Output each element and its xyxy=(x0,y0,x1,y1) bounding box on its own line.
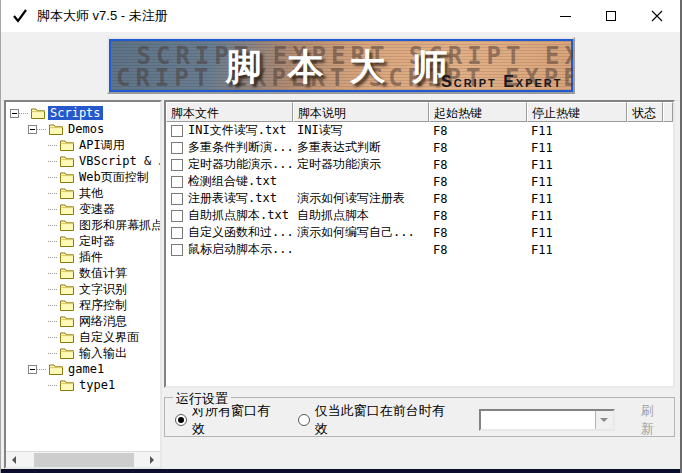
tree-item[interactable]: 数值计算 xyxy=(8,265,160,281)
script-tree-panel: Scripts Demos API调用 VBScript & Jav xyxy=(4,100,162,469)
tree-item[interactable]: 程序控制 xyxy=(8,297,160,313)
window-title: 脚本大师 v7.5 - 未注册 xyxy=(37,7,168,25)
script-list: 脚本文件 脚本说明 起始热键 停止热键 状态 INI文件读写.txt INI读写… xyxy=(164,100,675,388)
script-checkbox[interactable] xyxy=(171,244,183,256)
tree-item[interactable]: 定时器 xyxy=(8,233,160,249)
script-checkbox[interactable] xyxy=(171,193,183,205)
column-header-start[interactable]: 起始热键 xyxy=(429,102,527,122)
tree-item[interactable]: 输入输出 xyxy=(8,345,160,361)
tree-item[interactable]: API调用 xyxy=(8,137,160,153)
script-file: 多重条件判断演... xyxy=(188,139,293,156)
refresh-button[interactable]: 刷新 xyxy=(641,402,666,438)
tree-item[interactable]: 网络消息 xyxy=(8,313,160,329)
start-hotkey: F8 xyxy=(429,192,527,206)
script-checkbox[interactable] xyxy=(171,227,183,239)
maximize-button[interactable] xyxy=(588,0,634,32)
scrollbar-thumb[interactable] xyxy=(34,453,134,467)
close-button[interactable] xyxy=(634,0,680,32)
script-checkbox[interactable] xyxy=(171,159,183,171)
window-combobox[interactable] xyxy=(479,409,615,431)
script-checkbox[interactable] xyxy=(171,210,183,222)
script-row[interactable]: 自助抓点脚本.txt 自助抓点脚本 F8 F11 xyxy=(166,207,673,224)
folder-icon xyxy=(60,299,74,311)
script-row[interactable]: 多重条件判断演... 多重表达式判断 F8 F11 xyxy=(166,139,673,156)
tree-item[interactable]: 图形和屏幕抓点 xyxy=(8,217,160,233)
script-row[interactable]: 定时器功能演示... 定时器功能演示 F8 F11 xyxy=(166,156,673,173)
window-bottom-edge xyxy=(0,469,682,473)
minimize-button[interactable] xyxy=(542,0,588,32)
tree-connector xyxy=(48,353,57,354)
radio-foreground-window[interactable]: 仅当此窗口在前台时有效 xyxy=(298,402,453,438)
script-row[interactable]: 自定义函数和过... 演示如何编写自己... F8 F11 xyxy=(166,224,673,241)
script-desc: 演示如何编写自己... xyxy=(293,224,429,241)
stop-hotkey: F11 xyxy=(527,209,627,223)
start-hotkey: F8 xyxy=(429,141,527,155)
script-file: 注册表读写.txt xyxy=(188,190,277,207)
radio-unselected-icon xyxy=(298,414,310,426)
tree-item[interactable]: Web页面控制 xyxy=(8,169,160,185)
tree-item[interactable]: VBScript & Jav xyxy=(8,153,160,169)
collapse-icon[interactable] xyxy=(10,109,19,118)
scroll-left-arrow-icon[interactable] xyxy=(6,452,22,468)
collapse-icon[interactable] xyxy=(28,125,37,134)
column-header-filler xyxy=(663,102,673,122)
script-row[interactable]: 检测组合键.txt F8 F11 xyxy=(166,173,673,190)
column-header-stop[interactable]: 停止热键 xyxy=(527,102,627,122)
script-row[interactable]: 注册表读写.txt 演示如何读写注册表 F8 F11 xyxy=(166,190,673,207)
tree-item-game1[interactable]: game1 xyxy=(8,361,160,377)
script-checkbox[interactable] xyxy=(171,176,183,188)
tree-item-demos[interactable]: Demos xyxy=(8,121,160,137)
start-hotkey: F8 xyxy=(429,226,527,240)
column-header-status[interactable]: 状态 xyxy=(627,102,663,122)
script-file: 检测组合键.txt xyxy=(188,173,277,190)
folder-icon xyxy=(60,315,74,327)
column-header-desc[interactable]: 脚本说明 xyxy=(293,102,429,122)
folder-icon xyxy=(60,379,74,391)
tree-connector xyxy=(48,209,57,210)
script-desc: 多重表达式判断 xyxy=(293,139,429,156)
banner-subtitle: Script Expert xyxy=(441,73,562,91)
column-header-file[interactable]: 脚本文件 xyxy=(166,102,293,122)
app-window: { "window": { "title": "脚本大师 v7.5 - 未注册"… xyxy=(0,0,682,473)
stop-hotkey: F11 xyxy=(527,124,627,138)
tree-connector xyxy=(19,113,28,114)
run-settings-group: 运行设置 对所有窗口有效 仅当此窗口在前台时有效 刷新 xyxy=(164,397,675,437)
folder-icon xyxy=(60,267,74,279)
tree-item[interactable]: 自定义界面 xyxy=(8,329,160,345)
tree-item-label: 变速器 xyxy=(77,201,117,218)
tree-connector xyxy=(48,321,57,322)
script-desc: 定时器功能演示 xyxy=(293,156,429,173)
scroll-right-arrow-icon[interactable] xyxy=(144,452,160,468)
folder-icon xyxy=(60,283,74,295)
folder-icon xyxy=(60,155,74,167)
combobox-value xyxy=(481,411,595,429)
tree-connector xyxy=(48,305,57,306)
script-tree: Scripts Demos API调用 VBScript & Jav xyxy=(6,102,160,451)
folder-icon xyxy=(60,203,74,215)
tree-connector xyxy=(48,257,57,258)
tree-item[interactable]: 文字识别 xyxy=(8,281,160,297)
script-checkbox[interactable] xyxy=(171,125,183,137)
tree-item[interactable]: 插件 xyxy=(8,249,160,265)
stop-hotkey: F11 xyxy=(527,175,627,189)
tree-item[interactable]: 其他 xyxy=(8,185,160,201)
script-file: 定时器功能演示... xyxy=(188,156,293,173)
tree-item-scripts[interactable]: Scripts xyxy=(8,105,160,121)
tree-item[interactable]: type1 xyxy=(8,377,160,393)
script-row[interactable]: INI文件读写.txt INI读写 F8 F11 xyxy=(166,122,673,139)
title-bar: 脚本大师 v7.5 - 未注册 xyxy=(1,0,680,32)
script-row[interactable]: 鼠标启动脚本示... F8 F11 xyxy=(166,241,673,258)
tree-connector xyxy=(48,241,57,242)
script-desc: 自助抓点脚本 xyxy=(293,207,429,224)
tree-item[interactable]: 变速器 xyxy=(8,201,160,217)
folder-icon xyxy=(60,219,74,231)
script-file: 自定义函数和过... xyxy=(188,224,293,241)
tree-item-label: 其他 xyxy=(77,185,105,202)
tree-connector xyxy=(48,193,57,194)
script-checkbox[interactable] xyxy=(171,142,183,154)
tree-item-label: 数值计算 xyxy=(77,265,129,282)
tree-item-label: 输入输出 xyxy=(77,345,129,362)
combobox-dropdown-button[interactable] xyxy=(595,411,613,429)
collapse-icon[interactable] xyxy=(28,365,37,374)
tree-horizontal-scrollbar[interactable] xyxy=(6,451,160,467)
